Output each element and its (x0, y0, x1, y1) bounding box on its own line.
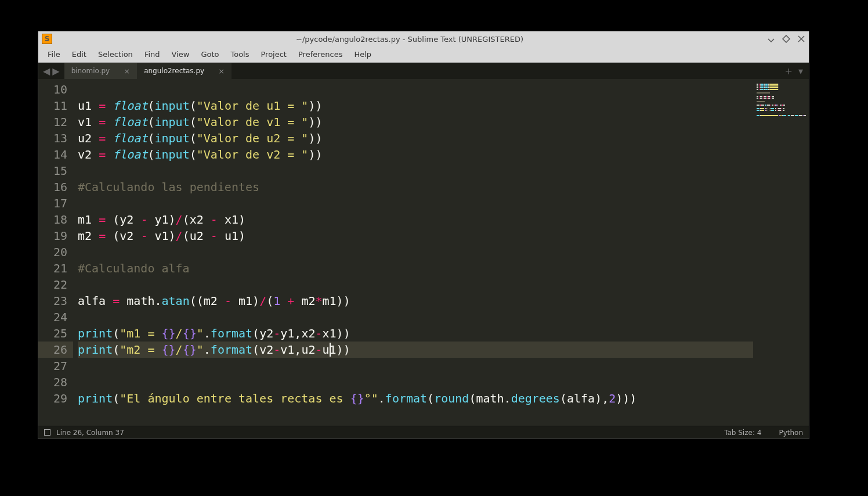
code-line[interactable] (78, 195, 809, 211)
line-number[interactable]: 24 (38, 309, 67, 325)
menu-file[interactable]: File (43, 48, 65, 61)
app-icon: S (42, 34, 52, 44)
code-line[interactable]: print("m1 = {}/{}".format(y2-y1,x2-x1)) (78, 325, 809, 342)
titlebar[interactable]: S ~/pycode/angulo2rectas.py - Sublime Te… (38, 31, 809, 46)
code-line[interactable]: m1 = (y2 - y1)/(x2 - x1) (78, 211, 809, 228)
menu-project[interactable]: Project (256, 48, 291, 61)
tab-angulo2rectas[interactable]: angulo2rectas.py × (137, 63, 232, 79)
menu-find[interactable]: Find (140, 48, 165, 61)
code-line[interactable]: #Calculando alfa (78, 260, 809, 276)
menu-tools[interactable]: Tools (226, 48, 254, 61)
menu-help[interactable]: Help (349, 48, 376, 61)
status-syntax[interactable]: Python (779, 429, 803, 437)
window-title: ~/pycode/angulo2rectas.py - Sublime Text… (52, 35, 767, 44)
code-line[interactable]: #Calculando las pendientes (78, 179, 809, 195)
line-number[interactable]: 11 (38, 98, 67, 114)
minimap[interactable] (753, 79, 809, 426)
tab-prev-icon[interactable]: ◀ (43, 66, 50, 77)
line-number[interactable]: 13 (38, 130, 67, 146)
code-line[interactable] (78, 244, 809, 260)
tab-next-icon[interactable]: ▶ (52, 66, 59, 77)
new-tab-icon[interactable]: + (785, 66, 793, 77)
line-number[interactable]: 12 (38, 114, 67, 130)
line-number[interactable]: 26 (38, 342, 73, 358)
line-number[interactable]: 21 (38, 260, 67, 276)
line-number[interactable]: 29 (38, 390, 67, 407)
line-number[interactable]: 27 (38, 358, 67, 374)
tabbar: ◀ ▶ binomio.py × angulo2rectas.py × + ▾ (38, 63, 809, 79)
statusbar: Line 26, Column 37 Tab Size: 4 Python (38, 426, 809, 439)
line-number[interactable]: 19 (38, 228, 67, 244)
tab-nav: ◀ ▶ (38, 63, 64, 79)
status-panel-icon[interactable] (44, 429, 50, 436)
menu-edit[interactable]: Edit (67, 48, 91, 61)
editor: 1011121314151617181920212223242526272829… (38, 79, 809, 426)
tab-label: angulo2rectas.py (144, 67, 204, 75)
code-line[interactable] (78, 81, 809, 98)
close-icon[interactable] (797, 35, 805, 43)
code-line[interactable]: v1 = float(input("Valor de v1 = ")) (78, 114, 809, 130)
code-line[interactable]: alfa = math.atan((m2 - m1)/(1 + m2*m1)) (78, 293, 809, 309)
tab-menu-icon[interactable]: ▾ (798, 66, 803, 77)
line-number[interactable]: 25 (38, 325, 67, 342)
gutter[interactable]: 1011121314151617181920212223242526272829 (38, 79, 73, 426)
code-line[interactable] (78, 309, 809, 325)
menu-preferences[interactable]: Preferences (294, 48, 347, 61)
status-cursor: Line 26, Column 37 (56, 429, 124, 437)
line-number[interactable]: 22 (38, 276, 67, 293)
code-line[interactable]: print("El ángulo entre tales rectas es {… (78, 390, 809, 407)
code-line[interactable]: u2 = float(input("Valor de u2 = ")) (78, 130, 809, 146)
code-line[interactable]: u1 = float(input("Valor de u1 = ")) (78, 98, 809, 114)
text-caret (330, 343, 331, 357)
code-line[interactable]: m2 = (v2 - v1)/(u2 - u1) (78, 228, 809, 244)
minimize-icon[interactable] (767, 35, 775, 43)
menu-view[interactable]: View (167, 48, 194, 61)
code-line[interactable]: print("m2 = {}/{}".format(v2-v1,u2-u1)) (78, 342, 809, 358)
maximize-icon[interactable] (782, 35, 790, 43)
code-line[interactable] (78, 358, 809, 374)
line-number[interactable]: 28 (38, 374, 67, 390)
status-tabsize[interactable]: Tab Size: 4 (724, 429, 761, 437)
line-number[interactable]: 18 (38, 211, 67, 228)
menu-selection[interactable]: Selection (93, 48, 138, 61)
line-number[interactable]: 14 (38, 146, 67, 163)
menubar: File Edit Selection Find View Goto Tools… (38, 46, 809, 63)
menu-goto[interactable]: Goto (196, 48, 223, 61)
code-line[interactable] (78, 163, 809, 179)
sublime-window: S ~/pycode/angulo2rectas.py - Sublime Te… (38, 31, 809, 439)
tab-binomio[interactable]: binomio.py × (64, 63, 138, 79)
tab-close-icon[interactable]: × (124, 67, 130, 76)
line-number[interactable]: 23 (38, 293, 67, 309)
code-line[interactable] (78, 374, 809, 390)
line-number[interactable]: 10 (38, 81, 67, 98)
line-number[interactable]: 16 (38, 179, 67, 195)
code-area[interactable]: u1 = float(input("Valor de u1 = "))v1 = … (73, 79, 809, 426)
code-line[interactable] (78, 276, 809, 293)
tab-label: binomio.py (71, 67, 110, 75)
line-number[interactable]: 15 (38, 163, 67, 179)
line-number[interactable]: 17 (38, 195, 67, 211)
line-number[interactable]: 20 (38, 244, 67, 260)
tab-close-icon[interactable]: × (218, 67, 225, 76)
code-line[interactable]: v2 = float(input("Valor de v2 = ")) (78, 146, 809, 163)
